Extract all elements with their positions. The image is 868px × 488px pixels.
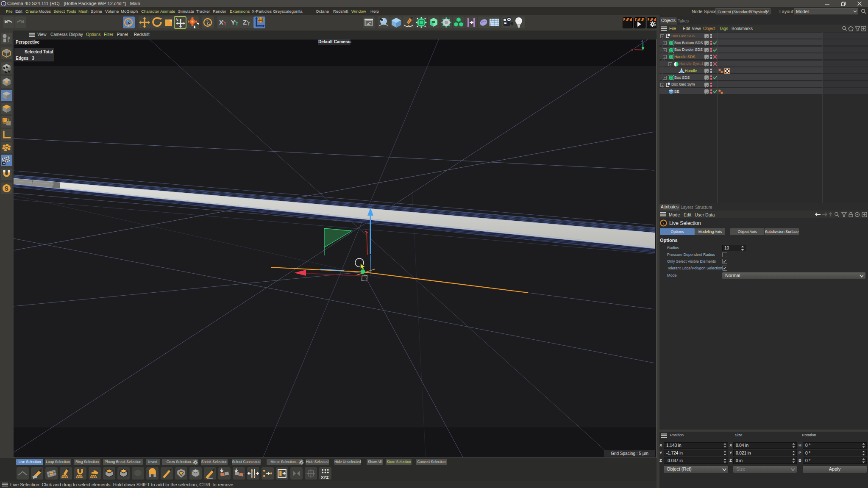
svg-text:x: x	[631, 48, 633, 52]
svg-text:z: z	[641, 39, 643, 43]
svg-text:Z: Z	[243, 19, 247, 26]
svg-text:XYZ: XYZ	[321, 475, 328, 480]
svg-text:X: X	[219, 19, 223, 26]
svg-text:S: S	[5, 185, 8, 192]
svg-text:Y: Y	[231, 19, 235, 26]
